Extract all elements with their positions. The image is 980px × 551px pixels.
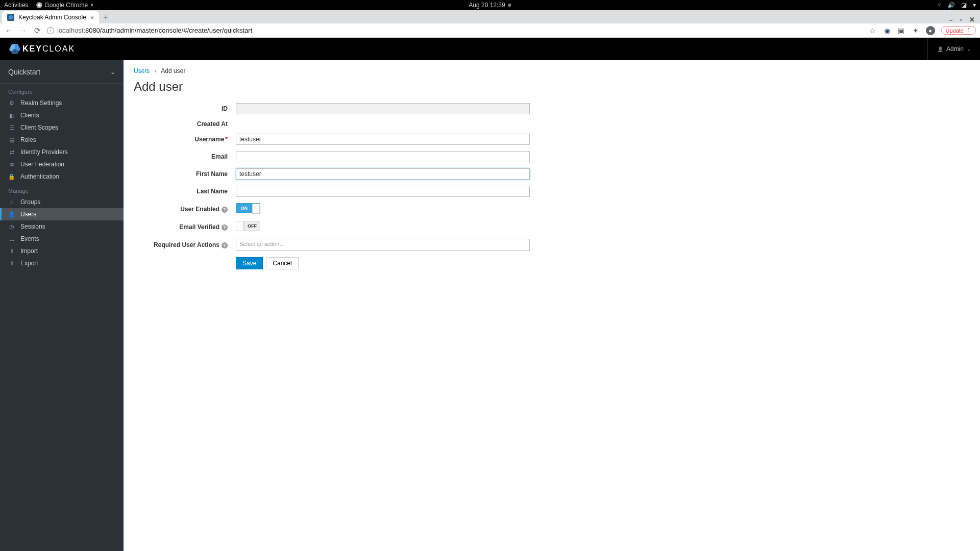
chrome-icon	[36, 2, 42, 8]
required-actions-select[interactable]: Select an action...	[236, 239, 530, 251]
sidebar-icon: ⇩	[8, 248, 15, 255]
sidebar-item-label: Roles	[20, 136, 36, 143]
notification-dot-icon	[508, 4, 511, 7]
sidebar-item-import[interactable]: ⇩Import	[0, 245, 124, 257]
back-button[interactable]: ←	[4, 26, 13, 35]
sidebar-icon: ⧉	[8, 161, 15, 168]
sidebar-icon: 🔒	[8, 173, 15, 180]
keycloak-logo[interactable]: KEYCLOAK	[9, 43, 75, 55]
site-info-icon[interactable]: i	[47, 27, 54, 34]
label-last-name: Last Name	[134, 188, 236, 195]
forward-button[interactable]: →	[18, 26, 28, 35]
help-icon[interactable]: ?	[222, 207, 228, 213]
sidebar-item-roles[interactable]: ▤Roles	[0, 134, 124, 146]
label-email-verified: Email Verified?	[134, 223, 236, 231]
sidebar-icon: ▤	[8, 137, 15, 143]
realm-selector[interactable]: Quickstart	[0, 60, 124, 84]
label-id: ID	[134, 105, 236, 112]
battery-icon[interactable]: ◪	[961, 2, 967, 9]
browser-tab[interactable]: Keycloak Admin Console ×	[2, 11, 99, 23]
window-controls: – ▫ ✕	[949, 16, 980, 23]
label-required-actions: Required User Actions?	[134, 241, 236, 248]
sidebar-icon: ☷	[8, 236, 15, 242]
sidebar-item-label: Realm Settings	[20, 99, 62, 107]
page-title: Add user	[134, 80, 970, 94]
volume-icon[interactable]: 🔊	[947, 2, 955, 9]
profile-avatar[interactable]: ●	[926, 26, 935, 35]
sidebar-item-client-scopes[interactable]: ☰Client Scopes	[0, 121, 124, 134]
clock[interactable]: Aug 20 12:39	[469, 2, 511, 9]
chrome-toolbar: ← → ⟳ i localhost:8080/auth/admin/master…	[0, 23, 980, 38]
keycloak-logo-icon	[9, 43, 20, 55]
new-tab-button[interactable]: +	[99, 11, 112, 23]
sidebar-item-users[interactable]: 👤Users	[0, 208, 124, 220]
username-field[interactable]	[236, 134, 530, 145]
breadcrumb-users-link[interactable]: Users	[134, 67, 150, 74]
sidebar-item-identity-providers[interactable]: ⇄Identity Providers	[0, 146, 124, 158]
sidebar-item-clients[interactable]: ◧Clients	[0, 109, 124, 121]
extensions-puzzle-icon[interactable]: ✦	[912, 27, 920, 35]
sidebar-icon: ⇄	[8, 149, 15, 156]
chrome-tab-strip: Keycloak Admin Console × + – ▫ ✕	[0, 10, 980, 23]
user-menu[interactable]: Admin ⌄	[927, 38, 971, 60]
gnome-top-bar: Activities Google Chrome Aug 20 12:39 ⌔ …	[0, 0, 980, 10]
address-bar[interactable]: i localhost:8080/auth/admin/master/conso…	[47, 25, 864, 36]
wifi-icon[interactable]: ⌔	[938, 2, 941, 9]
maximize-button[interactable]: ▫	[960, 16, 962, 23]
sidebar-item-label: Identity Providers	[20, 148, 68, 156]
breadcrumb-current: Add user	[161, 67, 185, 74]
sidebar-icon: ⚙	[8, 100, 15, 107]
help-icon[interactable]: ?	[222, 224, 228, 231]
first-name-field[interactable]	[236, 168, 530, 180]
system-menu-icon[interactable]: ▾	[973, 2, 976, 9]
cancel-button[interactable]: Cancel	[266, 257, 298, 269]
realm-name: Quickstart	[8, 68, 40, 76]
sidebar-item-groups[interactable]: ⌂Groups	[0, 196, 124, 208]
sidebar-item-label: Export	[20, 260, 38, 267]
keycloak-header: KEYCLOAK Admin ⌄	[0, 38, 980, 60]
save-button[interactable]: Save	[236, 257, 263, 269]
sidebar-section-configure: Configure	[0, 84, 124, 97]
help-icon[interactable]: ?	[222, 242, 228, 248]
sidebar-item-sessions[interactable]: ◷Sessions	[0, 220, 124, 233]
activities-button[interactable]: Activities	[4, 2, 28, 9]
extension-box-icon[interactable]: ▣	[897, 27, 905, 35]
label-created-at: Created At	[134, 120, 236, 128]
user-enabled-toggle[interactable]: ON	[236, 203, 260, 213]
sidebar-item-label: User Federation	[20, 161, 64, 168]
sidebar-icon: 👤	[8, 211, 15, 218]
email-field[interactable]	[236, 151, 530, 162]
current-app-menu[interactable]: Google Chrome	[36, 2, 93, 9]
sidebar-icon: ☰	[8, 124, 15, 131]
close-tab-button[interactable]: ×	[90, 14, 94, 21]
bookmark-star-icon[interactable]: ☆	[869, 27, 877, 35]
sidebar-item-authentication[interactable]: 🔒Authentication	[0, 170, 124, 183]
sidebar-item-export[interactable]: ⇧Export	[0, 257, 124, 269]
sidebar: Quickstart Configure ⚙Realm Settings◧Cli…	[0, 60, 124, 551]
minimize-button[interactable]: –	[949, 16, 952, 23]
email-verified-toggle[interactable]: OFF	[236, 221, 260, 231]
sidebar-item-label: Clients	[20, 112, 39, 119]
favicon-icon	[7, 14, 14, 21]
sidebar-item-user-federation[interactable]: ⧉User Federation	[0, 158, 124, 170]
breadcrumb: Users › Add user	[134, 67, 970, 74]
close-window-button[interactable]: ✕	[969, 16, 975, 23]
sidebar-item-label: Sessions	[20, 223, 45, 230]
sidebar-item-realm-settings[interactable]: ⚙Realm Settings	[0, 97, 124, 109]
sidebar-icon: ⌂	[8, 199, 15, 205]
extension-fedora-icon[interactable]: ◉	[883, 27, 891, 35]
user-menu-label: Admin	[946, 45, 964, 53]
url-text: localhost:8080/auth/admin/master/console…	[57, 27, 252, 34]
sidebar-item-label: Users	[20, 211, 36, 218]
chevron-down-icon: ⌄	[967, 46, 971, 52]
label-first-name: First Name	[134, 170, 236, 178]
chrome-update-button[interactable]: Update	[941, 26, 976, 35]
last-name-field[interactable]	[236, 186, 530, 197]
main-content: Users › Add user Add user ID Created At …	[124, 60, 980, 551]
sidebar-icon: ◷	[8, 223, 15, 230]
sidebar-icon: ⇧	[8, 260, 15, 267]
sidebar-section-manage: Manage	[0, 183, 124, 196]
sidebar-item-events[interactable]: ☷Events	[0, 233, 124, 245]
tab-title: Keycloak Admin Console	[18, 14, 86, 21]
reload-button[interactable]: ⟳	[33, 26, 42, 35]
